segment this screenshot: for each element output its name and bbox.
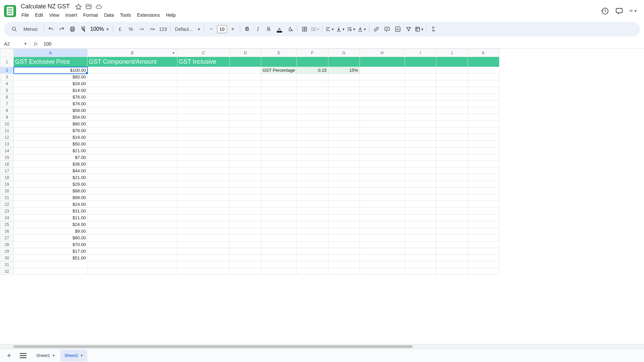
cell-K3[interactable] (468, 74, 499, 80)
functions-button[interactable]: Σ (429, 24, 439, 34)
row-header-24[interactable]: 24 (0, 215, 14, 221)
cell-I4[interactable] (405, 80, 436, 87)
cell-I22[interactable] (405, 201, 436, 208)
cell-J23[interactable] (436, 208, 468, 215)
cell-G5[interactable] (328, 87, 360, 94)
cell-C26[interactable] (177, 228, 230, 235)
column-header-I[interactable]: I (405, 49, 436, 57)
cell-H26[interactable] (360, 228, 405, 235)
cell-G6[interactable] (328, 94, 360, 101)
fill-color-button[interactable] (285, 24, 295, 34)
cell-D12[interactable] (230, 134, 261, 141)
cell-J18[interactable] (436, 174, 468, 181)
cell-E20[interactable] (261, 188, 297, 194)
cell-G3[interactable] (328, 74, 360, 80)
zoom-select[interactable]: 100%▼ (89, 26, 111, 32)
cell-A9[interactable]: $54.00 (14, 114, 88, 121)
italic-button[interactable]: I (253, 24, 263, 34)
cell-H10[interactable] (360, 121, 405, 127)
cell-B14[interactable] (88, 147, 177, 154)
row-header-13[interactable]: 13 (0, 141, 14, 147)
cell-E7[interactable] (261, 101, 297, 107)
cell-J31[interactable] (436, 261, 468, 268)
cell-K31[interactable] (468, 261, 499, 268)
cell-I25[interactable] (405, 221, 436, 228)
cell-A24[interactable]: $11.00 (14, 215, 88, 221)
cell-C6[interactable] (177, 94, 230, 101)
sheet-tab-sheet2[interactable]: Sheet2▼ (60, 350, 87, 362)
cell-F6[interactable] (297, 94, 328, 101)
cell-D31[interactable] (230, 261, 261, 268)
cell-G15[interactable] (328, 154, 360, 161)
cell-G16[interactable] (328, 161, 360, 168)
cell-A27[interactable]: $60.00 (14, 235, 88, 241)
cell-E26[interactable] (261, 228, 297, 235)
row-header-3[interactable]: 3 (0, 74, 14, 80)
row-header-1[interactable]: 1 (0, 57, 14, 67)
cell-J19[interactable] (436, 181, 468, 188)
cell-C21[interactable] (177, 194, 230, 201)
cell-C30[interactable] (177, 255, 230, 261)
cell-K12[interactable] (468, 134, 499, 141)
cell-J2[interactable] (436, 67, 468, 74)
cell-A17[interactable]: $44.00 (14, 168, 88, 174)
cell-C24[interactable] (177, 215, 230, 221)
comments-icon[interactable] (615, 7, 623, 15)
borders-button[interactable] (300, 24, 310, 34)
cell-A11[interactable]: $76.00 (14, 127, 88, 134)
cell-F28[interactable] (297, 241, 328, 248)
cell-H6[interactable] (360, 94, 405, 101)
chevron-down-icon[interactable]: ▼ (80, 354, 83, 357)
cell-F31[interactable] (297, 261, 328, 268)
cell-E2[interactable]: GST Percentage (261, 67, 297, 74)
cell-I6[interactable] (405, 94, 436, 101)
cell-B26[interactable] (88, 228, 177, 235)
print-button[interactable] (67, 24, 77, 34)
row-header-15[interactable]: 15 (0, 154, 14, 161)
cell-I8[interactable] (405, 107, 436, 114)
cell-F30[interactable] (297, 255, 328, 261)
meet-button[interactable]: ▼ (629, 7, 637, 15)
cell-C3[interactable] (177, 74, 230, 80)
increase-decimal-button[interactable]: .00 (147, 24, 157, 34)
cell-A21[interactable]: $99.00 (14, 194, 88, 201)
history-icon[interactable] (601, 7, 609, 15)
cell-E4[interactable] (261, 80, 297, 87)
row-header-2[interactable]: 2 (0, 67, 14, 74)
cell-F1[interactable] (297, 57, 328, 67)
cell-D25[interactable] (230, 221, 261, 228)
cell-I5[interactable] (405, 87, 436, 94)
cell-F4[interactable] (297, 80, 328, 87)
cell-E9[interactable] (261, 114, 297, 121)
cell-B21[interactable] (88, 194, 177, 201)
cell-F19[interactable] (297, 181, 328, 188)
cell-H18[interactable] (360, 174, 405, 181)
row-header-29[interactable]: 29 (0, 248, 14, 255)
filter-button[interactable] (404, 24, 414, 34)
cell-B9[interactable] (88, 114, 177, 121)
cell-K21[interactable] (468, 194, 499, 201)
menu-tools[interactable]: Tools (117, 11, 134, 19)
cell-F32[interactable] (297, 268, 328, 275)
cell-J17[interactable] (436, 168, 468, 174)
row-header-17[interactable]: 17 (0, 168, 14, 174)
cell-G10[interactable] (328, 121, 360, 127)
cell-B1[interactable]: GST Component/Amount (88, 57, 177, 67)
cell-E1[interactable] (261, 57, 297, 67)
column-header-J[interactable]: J (436, 49, 468, 57)
row-header-7[interactable]: 7 (0, 101, 14, 107)
cell-G17[interactable] (328, 168, 360, 174)
cell-I32[interactable] (405, 268, 436, 275)
cell-F5[interactable] (297, 87, 328, 94)
menu-format[interactable]: Format (80, 11, 101, 19)
cell-A29[interactable]: $17.00 (14, 248, 88, 255)
cell-B31[interactable] (88, 261, 177, 268)
cell-G28[interactable] (328, 241, 360, 248)
row-header-10[interactable]: 10 (0, 121, 14, 127)
cell-J22[interactable] (436, 201, 468, 208)
cell-F10[interactable] (297, 121, 328, 127)
cell-D5[interactable] (230, 87, 261, 94)
cell-C13[interactable] (177, 141, 230, 147)
column-header-D[interactable]: D (230, 49, 261, 57)
cell-K26[interactable] (468, 228, 499, 235)
